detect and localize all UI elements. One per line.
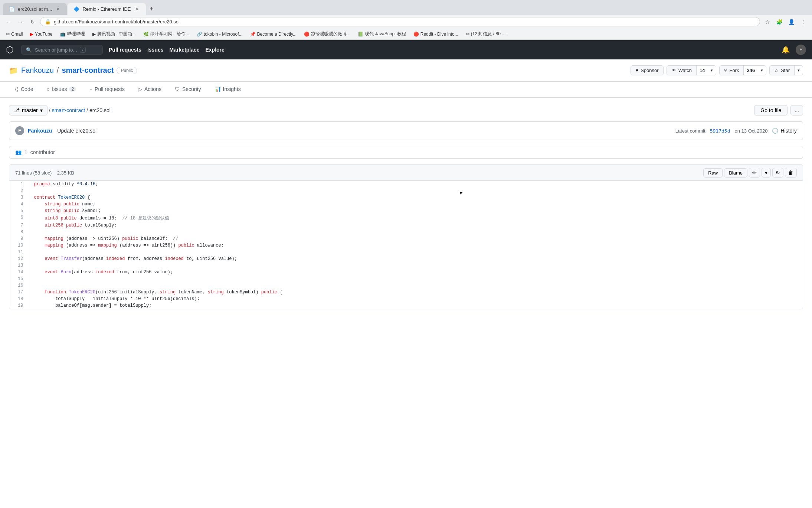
commit-info-left: F Fankouzu Update erc20.sol <box>15 126 96 135</box>
extensions-icon[interactable]: 🧩 <box>775 17 784 26</box>
contributors-label: contributor <box>30 149 55 155</box>
watch-count[interactable]: 14 <box>697 66 708 75</box>
tab-pull-requests[interactable]: ⑂ Pull requests <box>84 82 131 97</box>
back-button[interactable]: ← <box>4 17 13 26</box>
forward-button[interactable]: → <box>16 17 25 26</box>
bookmark-js[interactable]: 📗 现代 JavaScript 教程 <box>356 30 407 38</box>
nav-marketplace[interactable]: Marketplace <box>170 47 200 53</box>
blame-button[interactable]: Blame <box>724 168 747 178</box>
table-row: 12 event Transfer(address indexed from, … <box>9 255 803 262</box>
user-avatar[interactable]: F <box>796 45 806 55</box>
notifications-bell-icon[interactable]: 🔔 <box>782 46 790 54</box>
line-number[interactable]: 10 <box>9 242 28 249</box>
bookmark-mail-count[interactable]: ✉ (12 封信息 / 80 ... <box>464 30 507 38</box>
repo-tabs: ⟨⟩ Code ○ Issues 2 ⑂ Pull requests ▷ Act… <box>0 82 812 98</box>
tab-2[interactable]: 🔷 Remix - Ethereum IDE ✕ <box>68 3 145 15</box>
nav-issues[interactable]: Issues <box>147 47 164 53</box>
tab-1-close[interactable]: ✕ <box>55 6 61 12</box>
refresh-button[interactable]: ↻ <box>28 17 37 26</box>
table-row: 15 <box>9 276 803 282</box>
fork-count[interactable]: 246 <box>744 66 758 75</box>
line-number[interactable]: 13 <box>9 262 28 269</box>
delete-file-button[interactable]: 🗑 <box>785 168 797 178</box>
github-logo-icon[interactable]: ⬡ <box>6 45 14 55</box>
bookmark-bilibili[interactable]: 📺 哔哩哔哩 <box>59 30 86 38</box>
repo-owner-link[interactable]: Fankouzu <box>21 66 54 75</box>
menu-icon[interactable]: ⋮ <box>799 17 808 26</box>
fork-dropdown[interactable]: ▾ <box>758 66 766 75</box>
lock-icon: 🔒 <box>45 19 51 25</box>
line-number[interactable]: 18 <box>9 296 28 302</box>
branch-selector[interactable]: ⎇ master ▾ <box>9 105 48 115</box>
line-number[interactable]: 9 <box>9 235 28 242</box>
code-file: 71 lines (58 sloc) 2.35 KB Raw Blame ✏ ▾… <box>9 165 803 309</box>
address-text: github.com/Fankouzu/smart-contract/blob/… <box>54 19 180 25</box>
bookmark-weibo[interactable]: 🔴 凉兮嗳嗳嗳的微博... <box>302 30 352 38</box>
browser-toolbar-icons: ☆ 🧩 👤 ⋮ <box>763 17 808 26</box>
tab-2-label: Remix - Ethereum IDE <box>82 6 131 12</box>
tab-insights[interactable]: 📊 Insights <box>209 82 247 97</box>
line-number[interactable]: 15 <box>9 276 28 282</box>
line-code: totalSupply = initialSupply * 10 ** uint… <box>28 296 803 302</box>
line-number[interactable]: 12 <box>9 255 28 262</box>
nav-pull-requests[interactable]: Pull requests <box>109 47 141 53</box>
refresh-code-button[interactable]: ↻ <box>772 168 783 178</box>
table-row: 2 <box>9 188 803 194</box>
bookmark-reddit[interactable]: 🔴 Reddit - Dive into... <box>412 31 460 38</box>
new-tab-button[interactable]: + <box>147 4 157 14</box>
line-number[interactable]: 17 <box>9 289 28 296</box>
star-dropdown[interactable]: ▾ <box>795 66 803 75</box>
tab-issues[interactable]: ○ Issues 2 <box>40 82 82 97</box>
profile-icon[interactable]: 👤 <box>787 17 796 26</box>
bookmark-gmail[interactable]: ✉ Gmail <box>4 31 24 38</box>
tab-actions[interactable]: ▷ Actions <box>132 82 167 97</box>
star-button[interactable]: ☆ Star <box>770 66 794 75</box>
tab-1-label: erc20.sol at m... <box>18 6 52 12</box>
table-row: 19 balanceOf[msg.sender] = totalSupply; <box>9 302 803 309</box>
line-number[interactable]: 5 <box>9 208 28 214</box>
line-number[interactable]: 4 <box>9 201 28 208</box>
sponsor-button[interactable]: ♥ Sponsor <box>631 66 663 75</box>
search-placeholder: Search or jump to... <box>35 47 77 53</box>
bookmark-lvye[interactable]: 🌿 绿叶学习网 - 给你... <box>142 30 191 38</box>
line-code <box>28 282 803 289</box>
nav-explore[interactable]: Explore <box>205 47 224 53</box>
line-number[interactable]: 8 <box>9 229 28 235</box>
bookmark-become[interactable]: 📌 Become a Directly... <box>249 31 298 38</box>
commit-message: Update erc20.sol <box>57 128 96 134</box>
repo-path-link[interactable]: smart-contract <box>52 107 85 113</box>
edit-icon-button[interactable]: ✏ <box>749 168 760 178</box>
tab-1[interactable]: 📄 erc20.sol at m... ✕ <box>3 3 67 15</box>
line-number[interactable]: 19 <box>9 302 28 309</box>
bookmark-youtube[interactable]: ▶ YouTube <box>29 31 54 38</box>
more-options-button[interactable]: ... <box>790 105 803 115</box>
line-code <box>28 249 803 255</box>
raw-button[interactable]: Raw <box>703 168 723 178</box>
fork-button[interactable]: ⑂ Fork <box>720 66 743 75</box>
watch-button[interactable]: 👁 Watch <box>667 66 696 75</box>
tab-security[interactable]: 🛡 Security <box>169 82 207 97</box>
commit-hash[interactable]: 5917d5d <box>710 128 730 134</box>
bookmark-tokobin[interactable]: 🔗 tokobin - Microsof... <box>195 31 244 38</box>
history-button[interactable]: 🕒 History <box>772 128 797 134</box>
watch-dropdown[interactable]: ▾ <box>708 66 716 75</box>
tab-2-close[interactable]: ✕ <box>134 6 140 12</box>
line-number[interactable]: 3 <box>9 194 28 201</box>
tab-code[interactable]: ⟨⟩ Code <box>9 82 39 97</box>
bookmark-tencent[interactable]: ▶ 腾讯视频 - 中国领... <box>91 30 138 38</box>
goto-file-button[interactable]: Go to file <box>754 105 788 115</box>
line-number[interactable]: 7 <box>9 222 28 229</box>
github-search[interactable]: 🔍 Search or jump to... / <box>21 45 103 55</box>
line-number[interactable]: 14 <box>9 269 28 276</box>
line-number[interactable]: 16 <box>9 282 28 289</box>
line-number[interactable]: 2 <box>9 188 28 194</box>
line-number[interactable]: 1 <box>9 181 28 188</box>
commit-author-link[interactable]: Fankouzu <box>28 128 52 134</box>
line-number[interactable]: 11 <box>9 249 28 255</box>
edit-caret-button[interactable]: ▾ <box>762 168 771 178</box>
line-code: uint256 public totalSupply; <box>28 222 803 229</box>
line-number[interactable]: 6 <box>9 214 28 222</box>
bookmark-star-icon[interactable]: ☆ <box>763 17 772 26</box>
address-bar[interactable]: 🔒 github.com/Fankouzu/smart-contract/blo… <box>40 17 760 26</box>
repo-name-link[interactable]: smart-contract <box>62 66 114 75</box>
